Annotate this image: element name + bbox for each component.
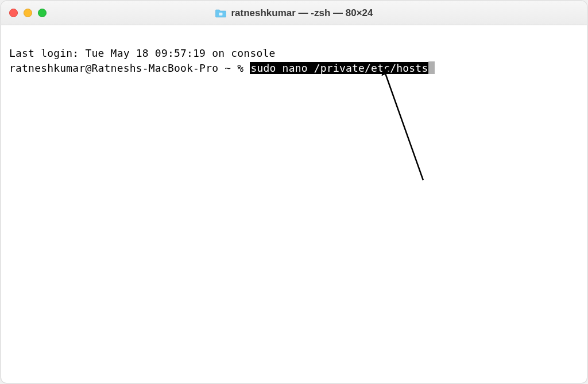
traffic-lights [9, 9, 47, 17]
shell-prompt: ratneshkumar@Ratneshs-MacBook-Pro ~ % [9, 62, 250, 74]
svg-rect-0 [219, 13, 222, 15]
cursor [428, 61, 435, 74]
terminal-body[interactable]: Last login: Tue May 18 09:57:19 on conso… [1, 25, 587, 383]
close-button[interactable] [9, 9, 18, 17]
terminal-window: ratneshkumar — -zsh — 80×24 Last login: … [1, 1, 587, 383]
maximize-button[interactable] [38, 9, 47, 17]
minimize-button[interactable] [24, 9, 32, 17]
title-bar: ratneshkumar — -zsh — 80×24 [1, 1, 587, 25]
window-title: ratneshkumar — -zsh — 80×24 [231, 7, 373, 19]
command-text-selected: sudo nano /private/etc/hosts [250, 62, 428, 74]
svg-line-2 [385, 72, 423, 180]
annotation-arrow [346, 68, 438, 183]
folder-icon [215, 9, 226, 18]
window-title-container: ratneshkumar — -zsh — 80×24 [215, 7, 373, 19]
last-login-line: Last login: Tue May 18 09:57:19 on conso… [9, 47, 276, 59]
